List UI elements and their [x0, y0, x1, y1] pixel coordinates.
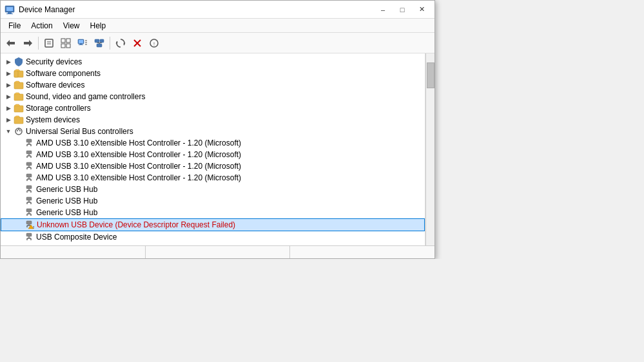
- tree-item-sound-video[interactable]: ▶ Sound, video and game controllers: [1, 91, 425, 102]
- app-icon: [5, 5, 15, 15]
- generic-hub-3-label: Generic USB Hub: [36, 208, 97, 217]
- expander-usb-controllers[interactable]: ▼: [3, 126, 14, 137]
- scrollbar[interactable]: [425, 53, 434, 245]
- generic-hub-2-icon: [24, 196, 34, 206]
- expander-software-devices[interactable]: ▶: [3, 80, 14, 90]
- usb-composite-icon: [24, 232, 34, 242]
- unknown-usb-label: Unknown USB Device (Device Descriptor Re…: [37, 220, 235, 229]
- expander-security-devices[interactable]: ▶: [3, 57, 14, 67]
- svg-rect-29: [14, 71, 18, 77]
- amd-usb-1-label: AMD USB 3.10 eXtensible Host Controller …: [36, 138, 241, 148]
- tree-item-storage-controllers[interactable]: ▶ Storage controllers: [1, 102, 425, 114]
- tree-item-software-components[interactable]: ▶ Software components: [1, 68, 425, 79]
- svg-point-39: [19, 130, 21, 131]
- svg-rect-2: [8, 12, 12, 14]
- scan-changes-button[interactable]: [113, 35, 128, 51]
- show-properties-button[interactable]: [41, 35, 57, 51]
- menu-view[interactable]: View: [58, 20, 85, 32]
- toolbar-sep-2: [110, 37, 110, 50]
- expander-system-devices[interactable]: ▶: [3, 115, 14, 125]
- window-title: Device Manager: [19, 5, 75, 14]
- expander-sound-video[interactable]: ▶: [3, 91, 14, 102]
- scrollbar-thumb[interactable]: [427, 62, 434, 88]
- svg-line-36: [17, 129, 19, 130]
- menu-help[interactable]: Help: [85, 20, 112, 32]
- svg-point-38: [17, 130, 18, 131]
- device-manager-window: Device Manager – □ ✕ File Action View He…: [0, 0, 435, 259]
- generic-hub-2-label: Generic USB Hub: [36, 196, 97, 205]
- svg-rect-4: [45, 39, 53, 47]
- tree-item-generic-hub-2[interactable]: ▶ Generic USB Hub: [1, 195, 425, 207]
- security-devices-label: Security devices: [26, 57, 82, 66]
- svg-rect-60: [26, 186, 32, 189]
- back-button[interactable]: [3, 35, 19, 51]
- tree-item-amd-usb-3[interactable]: ▶ AMD USB 3.10 eXtensible Host Controlle…: [1, 160, 425, 172]
- svg-rect-70: [26, 209, 32, 212]
- generic-hub-3-icon: [24, 207, 34, 218]
- sound-video-label: Sound, video and game controllers: [26, 92, 145, 101]
- tree-item-system-devices[interactable]: ▶ System devices: [1, 114, 425, 126]
- svg-rect-81: [26, 233, 32, 236]
- tree-item-usb-composite[interactable]: ▶ USB Composite Device: [1, 231, 425, 243]
- title-bar-controls: – □ ✕: [374, 3, 431, 16]
- status-bar: [1, 245, 434, 258]
- tree-item-amd-usb-1[interactable]: ▶ AMD USB 3.10 eXtensible Host Controlle…: [1, 137, 425, 149]
- svg-rect-12: [79, 40, 83, 43]
- svg-text:!: !: [33, 225, 34, 229]
- storage-controllers-label: Storage controllers: [26, 104, 91, 113]
- expand-all-button[interactable]: [58, 35, 73, 51]
- expander-software-components[interactable]: ▶: [3, 68, 14, 79]
- network-button[interactable]: [92, 35, 107, 51]
- toolbar: ↑: [1, 33, 434, 53]
- software-components-icon: [14, 68, 24, 79]
- toolbar-sep-1: [38, 37, 39, 50]
- tree-item-usb-controllers[interactable]: ▼ Universal Serial Bus controllers: [1, 126, 425, 137]
- tree-item-generic-hub-3[interactable]: ▶ Generic USB Hub: [1, 207, 425, 218]
- software-components-label: Software components: [26, 69, 101, 78]
- svg-rect-40: [26, 139, 32, 142]
- uninstall-button[interactable]: [130, 35, 145, 51]
- tree-view[interactable]: ▶ Security devices ▶ S: [1, 53, 425, 245]
- storage-controllers-icon: [14, 103, 24, 113]
- maximize-button[interactable]: □: [393, 3, 411, 16]
- svg-rect-30: [14, 82, 23, 89]
- status-section-3: [290, 246, 434, 258]
- svg-rect-14: [79, 44, 83, 45]
- usb-controllers-label: Universal Serial Bus controllers: [26, 127, 133, 136]
- tree-item-unknown-usb[interactable]: ▶ ! Unknown USB Device (Device Descr: [1, 218, 425, 231]
- svg-rect-8: [66, 39, 70, 43]
- svg-rect-1: [6, 7, 13, 11]
- minimize-button[interactable]: –: [374, 3, 392, 16]
- svg-rect-9: [61, 44, 65, 48]
- tree-item-software-devices[interactable]: ▶ Software devices: [1, 79, 425, 91]
- menu-file[interactable]: File: [3, 20, 26, 32]
- tree-item-amd-usb-2[interactable]: ▶ AMD USB 3.10 eXtensible Host Controlle…: [1, 149, 425, 160]
- update-driver-button[interactable]: ↑: [146, 35, 162, 51]
- amd-usb-2-label: AMD USB 3.10 eXtensible Host Controller …: [36, 150, 241, 159]
- content-area: ▶ Security devices ▶ S: [1, 53, 434, 245]
- svg-rect-19: [100, 39, 104, 43]
- svg-rect-65: [26, 197, 32, 200]
- svg-line-23: [99, 43, 102, 43]
- svg-rect-31: [14, 94, 23, 100]
- computer-view-button[interactable]: [75, 35, 90, 51]
- amd-usb-4-icon: [24, 173, 34, 183]
- status-section-2: [146, 246, 291, 258]
- generic-hub-1-icon: [24, 184, 34, 195]
- close-button[interactable]: ✕: [413, 3, 431, 16]
- svg-rect-7: [61, 39, 65, 43]
- unknown-usb-icon: !: [24, 220, 35, 230]
- svg-rect-50: [26, 162, 32, 166]
- forward-button[interactable]: [20, 35, 35, 51]
- expander-storage-controllers[interactable]: ▶: [3, 103, 14, 113]
- svg-rect-32: [14, 106, 23, 112]
- svg-text:↑: ↑: [153, 41, 156, 47]
- svg-line-37: [19, 129, 20, 130]
- software-devices-label: Software devices: [26, 81, 84, 90]
- status-section-1: [1, 246, 146, 258]
- tree-item-generic-hub-1[interactable]: ▶ Generic USB Hub: [1, 184, 425, 195]
- tree-item-amd-usb-4[interactable]: ▶ AMD USB 3.10 eXtensible Host Controlle…: [1, 172, 425, 184]
- usb-controllers-icon: [14, 126, 24, 137]
- tree-item-security-devices[interactable]: ▶ Security devices: [1, 56, 425, 68]
- menu-action[interactable]: Action: [26, 20, 57, 32]
